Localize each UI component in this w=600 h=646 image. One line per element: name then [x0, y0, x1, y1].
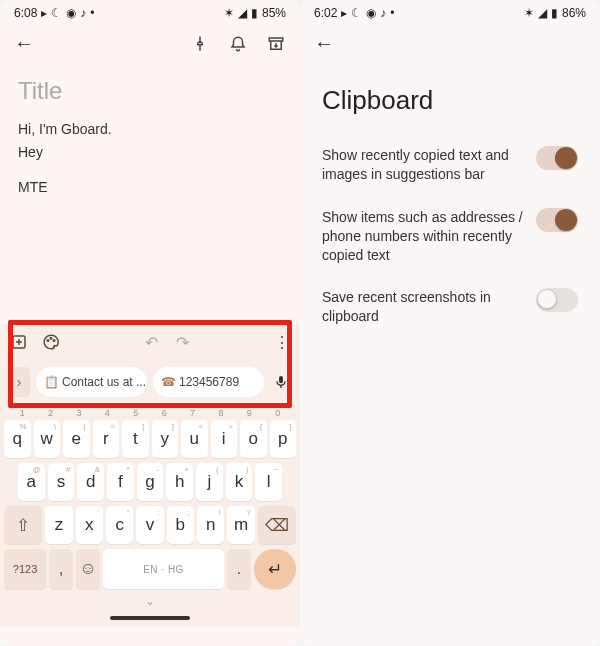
clipboard-chip[interactable]: ☎ 123456789 — [153, 367, 264, 397]
reminder-icon[interactable] — [228, 34, 248, 54]
key-i[interactable]: >i — [211, 420, 238, 458]
archive-icon[interactable] — [266, 34, 286, 54]
keyboard-toolbar: ↶ ↷ ⋮ — [0, 324, 300, 360]
youtube-icon: ▸ — [341, 6, 347, 20]
moon-icon: ☾ — [351, 6, 362, 20]
add-icon[interactable] — [10, 333, 28, 351]
key-d[interactable]: &d — [77, 463, 104, 501]
key-w[interactable]: \w — [34, 420, 61, 458]
key-f[interactable]: *f — [107, 463, 134, 501]
svg-point-2 — [47, 340, 49, 342]
wifi-icon: ✶ — [524, 6, 534, 20]
key-c[interactable]: "c — [106, 506, 133, 544]
phone-clip-icon: ☎ — [161, 375, 175, 389]
status-bar: 6:02 ▸ ☾ ◉ ♪ • ✶ ◢ ▮ 86% — [300, 0, 600, 22]
status-bar: 6:08 ▸ ☾ ◉ ♪ • ✶ ◢ ▮ 85% — [0, 0, 300, 22]
setting-label: Show items such as addresses / phone num… — [322, 208, 526, 265]
toggle-switch[interactable] — [536, 288, 578, 312]
status-battery: 85% — [262, 6, 286, 20]
pin-icon[interactable] — [190, 34, 210, 54]
key-e[interactable]: |e — [63, 420, 90, 458]
shift-key[interactable]: ⇧ — [4, 506, 42, 544]
key-row: %q \w |e =r [t ]y <u >i {o }p — [4, 420, 296, 458]
keyboard: ↶ ↷ ⋮ › 📋 Contact us at ... ☎ 123456789 — [0, 324, 300, 626]
key-l[interactable]: ~l — [255, 463, 282, 501]
settings-toolbar: ← — [300, 22, 600, 61]
youtube-icon: ▸ — [41, 6, 47, 20]
setting-label: Save recent screenshots in clipboard — [322, 288, 526, 326]
key-n[interactable]: !n — [197, 506, 224, 544]
dot-icon: • — [390, 6, 394, 20]
moon-icon: ☾ — [51, 6, 62, 20]
key-s[interactable]: #s — [48, 463, 75, 501]
chip-label: Contact us at ... — [62, 375, 146, 389]
palette-icon[interactable] — [42, 333, 60, 351]
toggle-switch[interactable] — [536, 208, 578, 232]
collapse-keyboard-icon[interactable]: ⌄ — [4, 594, 296, 608]
phone-settings: 6:02 ▸ ☾ ◉ ♪ • ✶ ◢ ▮ 86% ← Clipboard Sho… — [300, 0, 600, 646]
key-j[interactable]: (j — [196, 463, 223, 501]
key-u[interactable]: <u — [181, 420, 208, 458]
svg-rect-0 — [269, 38, 283, 41]
key-v[interactable]: :v — [136, 506, 163, 544]
spotify-icon: ◉ — [66, 6, 76, 20]
chip-label: 123456789 — [179, 375, 239, 389]
key-row: ?123 , ☺ EN · HG . ↵ — [4, 549, 296, 589]
note-line: MTE — [18, 177, 282, 198]
more-icon[interactable]: ⋮ — [274, 333, 290, 352]
key-k[interactable]: )k — [226, 463, 253, 501]
toggle-switch[interactable] — [536, 146, 578, 170]
key-a[interactable]: @a — [18, 463, 45, 501]
setting-row[interactable]: Show items such as addresses / phone num… — [300, 196, 600, 277]
svg-point-3 — [50, 338, 52, 340]
key-y[interactable]: ]y — [152, 420, 179, 458]
space-key[interactable]: EN · HG — [103, 549, 223, 589]
comma-key[interactable]: , — [49, 549, 73, 589]
svg-point-4 — [53, 340, 55, 342]
key-g[interactable]: -g — [137, 463, 164, 501]
key-x[interactable]: 'x — [76, 506, 103, 544]
back-button[interactable]: ← — [314, 32, 334, 55]
key-r[interactable]: =r — [93, 420, 120, 458]
app-toolbar: ← — [0, 22, 300, 61]
battery-icon: ▮ — [551, 6, 558, 20]
setting-row[interactable]: Save recent screenshots in clipboard — [300, 276, 600, 338]
nav-handle[interactable] — [110, 616, 190, 620]
key-q[interactable]: %q — [4, 420, 31, 458]
clipboard-chip[interactable]: 📋 Contact us at ... — [36, 367, 147, 397]
symbols-key[interactable]: ?123 — [4, 549, 46, 589]
expand-chevron-icon[interactable]: › — [8, 367, 30, 397]
setting-row[interactable]: Show recently copied text and images in … — [300, 134, 600, 196]
key-o[interactable]: {o — [240, 420, 267, 458]
number-hint-row: 1234567890 — [4, 408, 296, 420]
key-h[interactable]: +h — [166, 463, 193, 501]
undo-icon[interactable]: ↶ — [145, 333, 158, 352]
backspace-key[interactable]: ⌫ — [258, 506, 296, 544]
key-b[interactable]: ;b — [167, 506, 194, 544]
key-z[interactable]: z — [45, 506, 72, 544]
back-button[interactable]: ← — [14, 32, 34, 55]
note-title-input[interactable]: Title — [18, 77, 282, 105]
enter-key[interactable]: ↵ — [254, 549, 296, 589]
key-row: ⇧ z 'x "c :v ;b !n ?m ⌫ — [4, 506, 296, 544]
signal-icon: ◢ — [538, 6, 547, 20]
mic-icon[interactable] — [270, 374, 292, 390]
status-battery: 86% — [562, 6, 586, 20]
note-body[interactable]: Hi, I'm Gboard. Hey MTE — [0, 109, 300, 210]
phone-notes-app: 6:08 ▸ ☾ ◉ ♪ • ✶ ◢ ▮ 85% ← — [0, 0, 300, 646]
key-p[interactable]: }p — [270, 420, 297, 458]
status-time: 6:08 — [14, 6, 37, 20]
period-key[interactable]: . — [227, 549, 251, 589]
setting-label: Show recently copied text and images in … — [322, 146, 526, 184]
note-line: Hey — [18, 142, 282, 163]
page-title: Clipboard — [300, 61, 600, 134]
bell-icon: ♪ — [80, 6, 86, 20]
key-row: @a #s &d *f -g +h (j )k ~l — [4, 463, 296, 501]
dot-icon: • — [90, 6, 94, 20]
key-m[interactable]: ?m — [227, 506, 254, 544]
clipboard-icon: 📋 — [44, 375, 58, 389]
redo-icon[interactable]: ↷ — [176, 333, 189, 352]
emoji-key[interactable]: ☺ — [76, 549, 100, 589]
status-time: 6:02 — [314, 6, 337, 20]
key-t[interactable]: [t — [122, 420, 149, 458]
